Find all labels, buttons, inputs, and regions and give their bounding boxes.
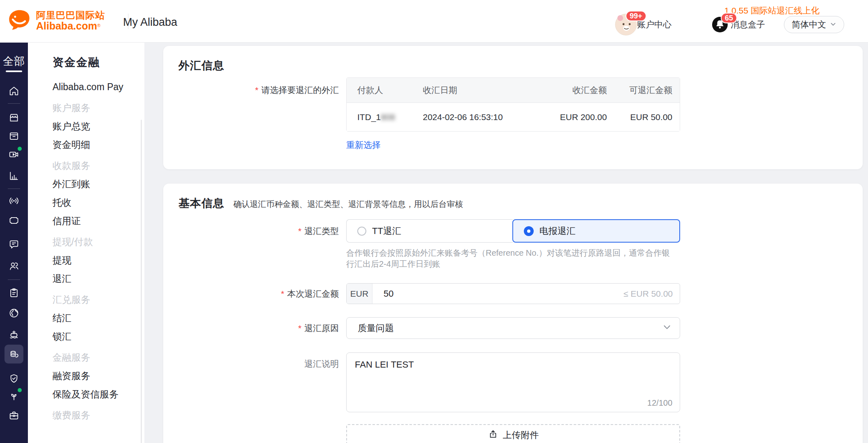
reselect-link[interactable]: 重新选择 [346,139,381,151]
fx-select-control: 付款人 收汇日期 收汇金额 可退汇金额 ITD_1808 2024-02-06 … [346,77,680,151]
shield-check-icon[interactable] [5,369,23,388]
sidebar-item-alibaba-pay[interactable]: Alibaba.com Pay [53,78,136,96]
col-header-payer: 付款人 [347,78,423,103]
sidebar-item-lock-exchange[interactable]: 锁汇 [53,327,136,346]
language-label: 简体中文 [792,19,826,30]
alibaba-logo-icon [7,7,32,34]
sidebar-item-fx-arrival[interactable]: 外汇到账 [53,175,136,193]
upload-label-spacer [163,424,346,443]
radio-option-telegraph[interactable]: 电报退汇 [512,219,680,243]
basic-card-title: 基本信息确认退汇币种金额、退汇类型、退汇背景等信息，用以后台审核 [178,196,463,211]
header-account-row: 99+ 账户中心 65 消息盒子 简体中文 [615,14,844,36]
sidebar-menu: Alibaba.com Pay 账户服务 账户总览 资金明细 收款服务 外汇到账… [53,78,136,425]
required-mark: * [255,77,258,102]
archive-box-icon[interactable] [5,127,23,145]
sidebar-section-account-services: 账户服务 [53,99,136,117]
avatar[interactable]: 99+ [615,14,637,36]
sidebar-item-insurance-credit[interactable]: 保险及资信服务 [53,385,136,404]
home-icon[interactable] [5,82,23,100]
main-content: 外汇信息 * 请选择要退汇的外汇 付款人 收汇日期 收汇金额 可退汇金额 [144,43,868,443]
fx-info-card: 外汇信息 * 请选择要退汇的外汇 付款人 收汇日期 收汇金额 可退汇金额 [163,46,863,169]
sidebar-item-refund-remittance[interactable]: 退汇 [53,270,136,288]
masked-text: 808 [381,112,395,122]
sidebar-item-withdraw[interactable]: 提现 [53,251,136,270]
payer-cell: ITD_1808 [347,103,423,131]
rail-divider [8,279,20,280]
col-header-refundable: 可退汇金额 [607,78,680,103]
basic-form: * 退汇类型 TT退汇 电报退汇 合作银行会按照原始外汇来账 [163,219,863,443]
upload-row: 上传附件 [163,424,863,443]
sidebar-item-fund-details[interactable]: 资金明细 [53,136,136,154]
chevron-down-icon [662,323,672,334]
broadcast-icon[interactable] [5,191,23,210]
amount-control: EUR 50 ≤ EUR 50.00 [346,283,680,304]
finance-sidebar: 资金金融 Alibaba.com Pay 账户服务 账户总览 资金明细 收款服务… [28,43,144,443]
chat-icon[interactable] [5,235,23,254]
amount-row: * 本次退汇金额 EUR 50 ≤ EUR 50.00 [163,283,863,304]
refundable-cell: EUR 50.00 [607,103,680,131]
ship-icon[interactable] [5,325,23,343]
message-badge: 65 [721,13,737,23]
sidebar-item-settle-exchange[interactable]: 结汇 [53,309,136,327]
sidebar-section-collection-services: 收款服务 [53,157,136,175]
upload-button-label: 上传附件 [503,429,539,441]
note-control: FAN LEI TEST 12/100 [346,352,680,412]
briefcase-icon[interactable] [5,406,23,425]
amount-input-group: EUR 50 ≤ EUR 50.00 [346,283,680,304]
alibaba-logo[interactable]: 阿里巴巴国际站 Alibaba.com® [7,7,105,34]
refund-type-label: * 退汇类型 [163,219,346,243]
radio-checked-icon [524,226,534,236]
rail-divider [8,103,20,104]
globe-icon[interactable] [5,304,23,323]
rail-divider [8,189,20,189]
rail-active-underline [6,70,22,72]
radio-unchecked-icon [357,227,366,236]
green-dot [18,388,22,392]
notification-bell[interactable]: 65 [712,16,728,33]
radio-option-tt[interactable]: TT退汇 [346,219,513,243]
brand-text: 阿里巴巴国际站 Alibaba.com® [36,10,105,32]
sidebar-item-letter-of-credit[interactable]: 信用证 [53,212,136,230]
upload-icon [488,429,498,442]
coins-icon[interactable] [5,345,23,363]
refund-type-control: TT退汇 电报退汇 合作银行会按照原始外汇来账备考号（Reference No.… [346,219,680,270]
amount-label: * 本次退汇金额 [163,283,346,304]
note-textarea[interactable]: FAN LEI TEST 12/100 [346,352,680,412]
chevron-down-icon [830,20,836,30]
reason-selected-value: 质量问题 [358,322,394,334]
fx-select-label: * 请选择要退汇的外汇 [163,77,346,151]
basic-info-card: 基本信息确认退汇币种金额、退汇类型、退汇背景等信息，用以后台审核 * 退汇类型 … [163,184,863,443]
language-selector[interactable]: 简体中文 [784,16,844,33]
char-counter: 12/100 [647,398,672,408]
sidebar-item-financing[interactable]: 融资服务 [53,367,136,385]
video-camera-icon[interactable] [5,145,23,164]
sidebar-section-exchange-services: 汇兑服务 [53,291,136,309]
storefront-icon[interactable] [5,108,23,127]
sidebar-section-financial-services: 金融服务 [53,348,136,367]
reason-label: * 退汇原因 [163,317,346,339]
refund-type-radio-group: TT退汇 电报退汇 [346,219,680,243]
reason-control: 质量问题 [346,317,680,339]
sidebar-item-collection[interactable]: 托收 [53,193,136,212]
account-badge: 99+ [626,11,646,21]
clipboard-icon[interactable] [5,284,23,302]
contacts-icon[interactable] [5,257,23,275]
sidebar-section-withdraw-payment: 提现/付款 [53,233,136,251]
currency-prefix: EUR [347,284,372,304]
upload-attachment-button[interactable]: 上传附件 [346,424,680,443]
sidebar-item-account-overview[interactable]: 账户总览 [53,117,136,136]
reason-select[interactable]: 质量问题 [346,317,680,339]
plant-icon[interactable] [5,386,23,405]
brand-en: Alibaba.com [36,20,97,32]
sidebar-scrollbar[interactable] [141,120,142,443]
amount-input[interactable]: 50 [372,284,393,304]
refund-type-row: * 退汇类型 TT退汇 电报退汇 合作银行会按照原始外汇来账 [163,219,863,270]
page-title: My Alibaba [123,16,177,29]
note-value: FAN LEI TEST [355,359,414,370]
ticket-icon[interactable] [5,211,23,230]
amount-cell: EUR 200.00 [538,103,607,131]
fx-table-row[interactable]: ITD_1808 2024-02-06 16:53:10 EUR 200.00 … [347,103,680,131]
rail-tab-all[interactable]: 全部 [0,54,28,68]
bar-chart-icon[interactable] [5,166,23,185]
top-header: 阿里巴巴国际站 Alibaba.com® My Alibaba 1.0.55 国… [0,0,868,43]
